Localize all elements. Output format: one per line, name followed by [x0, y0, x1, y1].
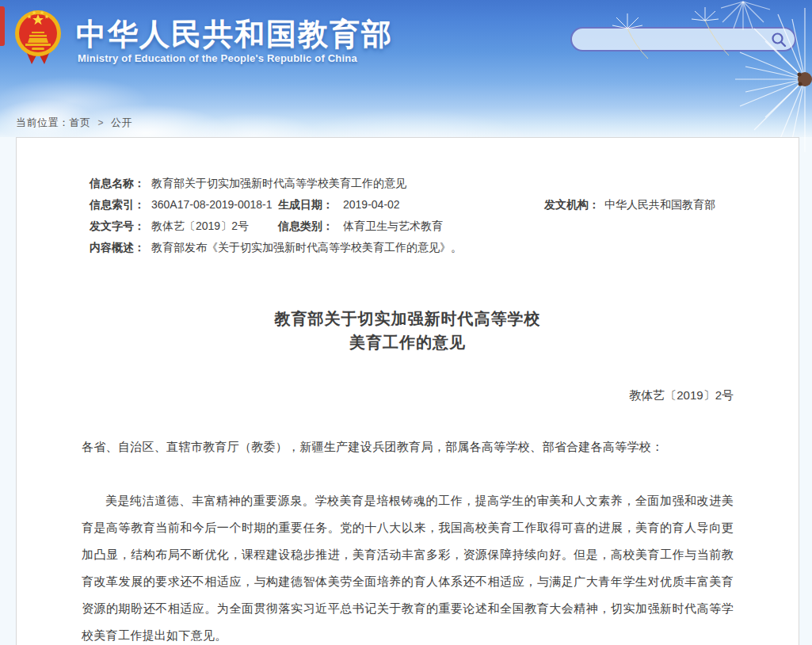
meta-org-value: 中华人民共和国教育部	[604, 198, 715, 212]
document-title-line2: 美育工作的意见	[17, 330, 799, 354]
header-sky-banner: 中华人民共和国教育部 Ministry of Education of the …	[0, 0, 812, 137]
meta-category-value: 体育卫生与艺术教育	[343, 219, 443, 234]
document-title: 教育部关于切实加强新时代高等学校 美育工作的意见	[17, 307, 799, 354]
meta-category-label: 信息类别：	[278, 219, 334, 234]
content-panel: 信息名称： 教育部关于切实加强新时代高等学校美育工作的意见 信息索引： 360A…	[16, 137, 799, 645]
search-icon	[771, 32, 787, 48]
breadcrumb-home-link[interactable]: 首页	[70, 116, 91, 128]
meta-row-index: 信息索引： 360A17-08-2019-0018-1 生成日期： 2019-0…	[90, 198, 787, 219]
document-paragraph: 美是纯洁道德、丰富精神的重要源泉。学校美育是培根铸魂的工作，提高学生的审美和人文…	[82, 487, 734, 645]
search-box	[570, 27, 796, 52]
meta-row-name: 信息名称： 教育部关于切实加强新时代高等学校美育工作的意见	[90, 177, 787, 198]
breadcrumb-separator: >	[98, 117, 105, 128]
site-title-link[interactable]: 中华人民共和国教育部	[76, 14, 393, 55]
breadcrumb-prefix: 当前位置：	[16, 116, 70, 128]
search-button[interactable]	[769, 29, 795, 50]
document-meta-table: 信息名称： 教育部关于切实加强新时代高等学校美育工作的意见 信息索引： 360A…	[90, 177, 787, 262]
breadcrumb: 当前位置：首页>公开	[16, 116, 132, 130]
meta-index-label: 信息索引：	[90, 198, 145, 212]
meta-name-value: 教育部关于切实加强新时代高等学校美育工作的意见	[151, 177, 406, 191]
document-salutation: 各省、自治区、直辖市教育厅（教委），新疆生产建设兵团教育局，部属各高等学校、部省…	[82, 440, 734, 455]
site-subtitle: Ministry of Education of the People's Re…	[78, 52, 357, 64]
national-emblem-icon	[13, 3, 63, 68]
meta-summary-label: 内容概述：	[90, 241, 145, 255]
meta-row-summary: 内容概述： 教育部发布《关于切实加强新时代高等学校美育工作的意见》。	[90, 241, 787, 262]
meta-summary-value: 教育部发布《关于切实加强新时代高等学校美育工作的意见》。	[151, 241, 462, 255]
document-title-line1: 教育部关于切实加强新时代高等学校	[17, 307, 799, 330]
meta-row-docno: 发文字号： 教体艺〔2019〕2号 信息类别： 体育卫生与艺术教育	[90, 219, 787, 241]
search-input[interactable]	[572, 29, 769, 50]
meta-date-label: 生成日期：	[278, 198, 334, 212]
meta-docno-value: 教体艺〔2019〕2号	[151, 219, 249, 234]
document-number: 教体艺〔2019〕2号	[629, 388, 734, 403]
meta-date-value: 2019-04-02	[343, 198, 400, 211]
flag-decoration	[0, 6, 5, 46]
meta-docno-label: 发文字号：	[90, 219, 145, 234]
meta-index-value: 360A17-08-2019-0018-1	[151, 198, 273, 211]
meta-name-label: 信息名称：	[90, 177, 145, 191]
meta-org-label: 发文机构：	[544, 198, 600, 212]
breadcrumb-section-link[interactable]: 公开	[111, 116, 132, 128]
